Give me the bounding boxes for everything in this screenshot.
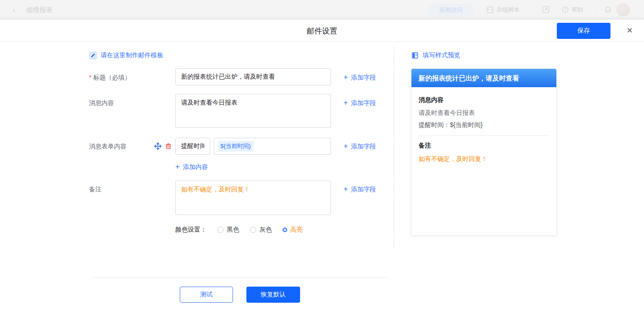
- radio-highlight[interactable]: 高亮: [283, 226, 303, 234]
- radio-icon: [250, 227, 256, 233]
- radio-black[interactable]: 黑色: [217, 226, 239, 234]
- plus-icon: +: [343, 185, 348, 193]
- preview-note-value: 如有不确定，及时回复！: [419, 155, 549, 163]
- bottom-divider: [92, 277, 388, 278]
- trash-icon[interactable]: [165, 143, 172, 150]
- plus-icon: +: [175, 163, 180, 171]
- note-textarea[interactable]: 如有不确定，及时回复！: [175, 181, 331, 215]
- test-button[interactable]: 测试: [180, 287, 233, 303]
- preview-divider: [419, 135, 549, 136]
- form-section-header: 请在这里制作邮件模板: [89, 51, 163, 59]
- preview-section-header: 填写样式预览: [411, 51, 460, 59]
- add-content-button[interactable]: + 添加内容: [175, 162, 208, 171]
- preview-card-title: 新的报表统计已出炉，请及时查看: [411, 69, 556, 87]
- field-value-input[interactable]: ${当前时间}: [214, 138, 331, 155]
- row-action-icons: [154, 143, 172, 150]
- modal-title: 邮件设置: [0, 26, 644, 36]
- note-label: 备注: [89, 185, 102, 194]
- color-setting-row: 颜色设置： 黑色 灰色 高亮: [175, 226, 303, 234]
- preview-content-label: 消息内容: [419, 96, 549, 104]
- preview-section-title: 填写样式预览: [423, 51, 460, 59]
- form-content-label: 消息表单内容: [89, 142, 127, 151]
- pencil-icon: [89, 51, 97, 59]
- preview-card: 新的报表统计已出炉，请及时查看 消息内容 请及时查看今日报表 提醒时间：${当前…: [411, 68, 557, 236]
- add-field-button-title[interactable]: + 添加字段: [343, 73, 376, 82]
- email-settings-modal: 邮件设置 保存 ✕ 请在这里制作邮件模板 *标题（必填） + 添加字段 消息内容…: [0, 20, 644, 313]
- modal-header: 邮件设置 保存 ✕: [0, 20, 644, 42]
- section-divider: [394, 47, 394, 248]
- modal-body: 请在这里制作邮件模板 *标题（必填） + 添加字段 消息内容 请及时查看今日报表…: [0, 42, 644, 313]
- preview-time-line: 提醒时间：${当前时间}: [419, 121, 549, 129]
- preview-note-label: 备注: [419, 142, 549, 150]
- restore-default-button[interactable]: 恢复默认: [246, 287, 300, 303]
- topbar: ‹ 成绩报表 应用访问 后端脚本 ? 帮助: [0, 0, 644, 20]
- add-field-button-note[interactable]: + 添加字段: [343, 185, 376, 194]
- preview-content-value: 请及时查看今日报表: [419, 109, 549, 117]
- plus-icon: +: [343, 99, 348, 107]
- color-setting-label: 颜色设置：: [175, 226, 207, 234]
- variable-tag[interactable]: ${当前时间}: [218, 141, 254, 152]
- title-input[interactable]: [175, 68, 331, 85]
- document-icon: [411, 51, 419, 59]
- plus-icon: +: [343, 73, 348, 81]
- content-label: 消息内容: [89, 98, 114, 107]
- radio-gray[interactable]: 灰色: [250, 226, 272, 234]
- radio-icon: [217, 227, 224, 233]
- move-icon[interactable]: [154, 143, 161, 150]
- content-textarea[interactable]: 请及时查看今日报表: [175, 94, 331, 128]
- save-button[interactable]: 保存: [557, 23, 610, 39]
- plus-icon: +: [343, 142, 348, 150]
- radio-icon: [284, 228, 286, 231]
- add-field-button-form[interactable]: + 添加字段: [343, 142, 376, 151]
- field-name-input[interactable]: [175, 138, 210, 155]
- title-label: *标题（必填）: [89, 73, 131, 82]
- modal-overlay: [0, 0, 644, 20]
- preview-card-body: 消息内容 请及时查看今日报表 提醒时间：${当前时间} 备注 如有不确定，及时回…: [411, 87, 556, 170]
- add-field-button-content[interactable]: + 添加字段: [343, 98, 376, 107]
- required-mark: *: [89, 74, 91, 81]
- form-section-title: 请在这里制作邮件模板: [101, 51, 163, 59]
- close-icon[interactable]: ✕: [624, 25, 635, 36]
